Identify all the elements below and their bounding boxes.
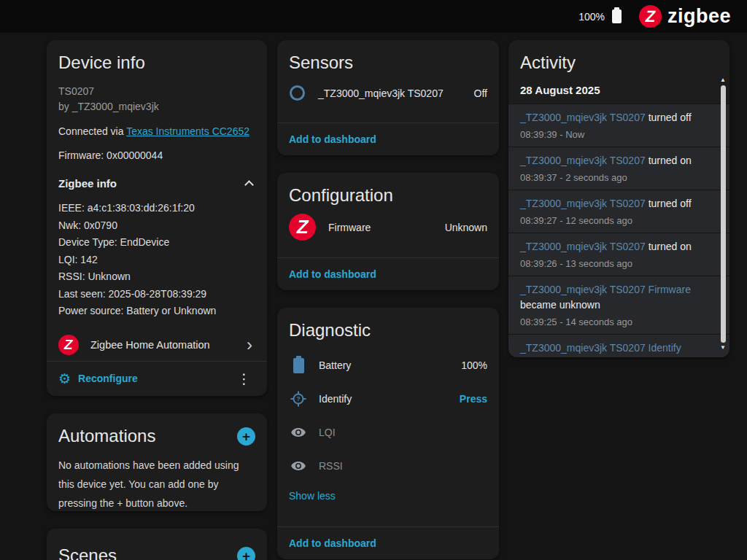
log-entity-link[interactable]: _TZ3000_mqiev3jk TS0207 Identify xyxy=(520,342,681,354)
log-entry: _TZ3000_mqiev3jk TS0207 Firmware became … xyxy=(508,276,729,334)
scenes-title: Scenes xyxy=(58,545,117,560)
log-event: turned off xyxy=(649,198,692,209)
scenes-card: Scenes + xyxy=(47,529,267,560)
log-entity-link[interactable]: _TZ3000_mqiev3jk TS0207 xyxy=(520,112,646,123)
battery-entity-row[interactable]: Battery 100% xyxy=(289,349,487,382)
eye-icon xyxy=(289,458,308,474)
zigbee-lqi: LQI: 142 xyxy=(58,252,255,269)
log-time: 08:39:26 - 13 seconds ago xyxy=(520,258,712,270)
log-entity-link[interactable]: _TZ3000_mqiev3jk TS0207 xyxy=(520,155,646,166)
reconfigure-row: ⚙ Reconfigure ⋮ xyxy=(47,362,267,396)
entity-state: 100% xyxy=(461,359,487,371)
app-header: 100% Z zigbee xyxy=(0,0,747,33)
entity-state: Unknown xyxy=(445,222,487,233)
zigbee-rssi: RSSI: Unknown xyxy=(58,268,255,286)
zigbee-brand: Z zigbee xyxy=(639,5,731,28)
entity-name: Battery xyxy=(319,359,461,371)
activity-title: Activity xyxy=(520,52,718,74)
chevron-up-icon xyxy=(244,180,254,190)
svg-text:?: ? xyxy=(296,395,301,402)
zigbee-info-details: IEEE: a4:c1:38:03:dd:26:1f:20 Nwk: 0x079… xyxy=(58,200,255,320)
sensor-entity-row[interactable]: _TZ3000_mqiev3jk TS0207 Off xyxy=(289,85,487,101)
circle-outline-icon xyxy=(290,85,305,101)
sensors-title: Sensors xyxy=(289,52,487,74)
log-time: 08:39:37 - 2 seconds ago xyxy=(520,172,712,184)
log-entity-link[interactable]: _TZ3000_mqiev3jk TS0207 xyxy=(520,241,646,252)
card-footer: Add to dashboard xyxy=(277,526,499,559)
battery-icon xyxy=(293,358,304,373)
diagnostic-title: Diagnostic xyxy=(289,319,487,341)
integration-row-zha[interactable]: Z Zigbee Home Automation › xyxy=(58,329,255,361)
log-entry: _TZ3000_mqiev3jk TS0207 Identify became … xyxy=(508,334,729,357)
log-event: became unknown xyxy=(520,299,600,311)
activity-card: Activity 28 August 2025 _TZ3000_mqiev3jk… xyxy=(508,40,729,357)
zigbee-power-source: Power source: Battery or Unknown xyxy=(58,303,255,320)
entity-name: Firmware xyxy=(328,222,445,233)
activity-date-header: 28 August 2025 xyxy=(520,84,718,96)
zigbee-info-toggle[interactable]: Zigbee info xyxy=(58,177,255,190)
add-to-dashboard-link[interactable]: Add to dashboard xyxy=(277,258,499,290)
overflow-menu-button[interactable]: ⋮ xyxy=(233,370,255,387)
connected-via-link[interactable]: Texas Instruments CC2652 xyxy=(126,125,249,137)
zigbee-ieee: IEEE: a4:c1:38:03:dd:26:1f:20 xyxy=(58,200,255,217)
log-event: turned off xyxy=(649,112,692,123)
host-battery-percent: 100% xyxy=(578,11,605,23)
battery-icon xyxy=(612,9,622,23)
log-entry: _TZ3000_mqiev3jk TS0207 turned on 08:39:… xyxy=(508,233,729,276)
log-entry: _TZ3000_mqiev3jk TS0207 turned off 08:39… xyxy=(508,104,729,147)
entity-name: LQI xyxy=(319,427,487,438)
add-automation-button[interactable]: + xyxy=(237,427,255,446)
config-entity-row[interactable]: Z Firmware Unknown xyxy=(289,214,487,241)
automations-empty-text: No automations have been added using thi… xyxy=(58,456,255,511)
integration-label: Zigbee Home Automation xyxy=(90,339,247,351)
firmware-line: Firmware: 0x00000044 xyxy=(58,148,255,163)
card-footer: Add to dashboard xyxy=(277,257,499,290)
brand-text: zigbee xyxy=(667,5,731,28)
diagnostic-card: Diagnostic Battery 100% ? I xyxy=(277,308,499,559)
log-event: turned on xyxy=(649,155,692,166)
configuration-title: Configuration xyxy=(289,184,487,206)
zigbee-last-seen: Last seen: 2025-08-28T08:39:29 xyxy=(58,286,255,303)
gear-refresh-icon: ⚙ xyxy=(58,370,71,387)
automations-title: Automations xyxy=(58,425,155,447)
rssi-entity-row[interactable]: RSSI xyxy=(289,449,487,483)
identify-crosshair-icon: ? xyxy=(289,390,308,408)
log-entry: _TZ3000_mqiev3jk TS0207 turned on 08:39:… xyxy=(508,147,729,190)
scroll-up-arrow[interactable]: ▲ xyxy=(720,77,726,84)
chevron-right-icon: › xyxy=(247,338,255,352)
zigbee-logo-icon: Z xyxy=(639,5,662,28)
show-less-link[interactable]: Show less xyxy=(289,490,336,502)
scrollbar-thumb[interactable] xyxy=(721,85,726,343)
add-scene-button[interactable]: + xyxy=(237,547,255,560)
lqi-entity-row[interactable]: LQI xyxy=(289,416,487,449)
zigbee-device-type: Device Type: EndDevice xyxy=(58,234,255,252)
zigbee-logo-icon: Z xyxy=(289,214,316,241)
automations-card: Automations + No automations have been a… xyxy=(47,413,267,511)
device-info-card: Device info TS0207 by _TZ3000_mqiev3jk C… xyxy=(47,40,267,396)
reconfigure-button[interactable]: Reconfigure xyxy=(78,373,233,384)
device-info-title: Device info xyxy=(58,52,255,74)
card-footer: Add to dashboard xyxy=(277,122,499,155)
eye-icon xyxy=(289,424,308,440)
zigbee-logo-icon: Z xyxy=(58,335,79,355)
scroll-down-arrow[interactable]: ▼ xyxy=(720,344,726,351)
zigbee-nwk: Nwk: 0x0790 xyxy=(58,217,255,235)
connected-via-line: Connected via Texas Instruments CC2652 xyxy=(58,124,255,139)
identify-entity-row[interactable]: ? Identify Press xyxy=(289,382,487,416)
entity-name: _TZ3000_mqiev3jk TS0207 xyxy=(318,88,474,99)
plus-icon: + xyxy=(242,429,250,443)
activity-scrollbar[interactable]: ▲ ▼ xyxy=(719,77,727,351)
add-to-dashboard-link[interactable]: Add to dashboard xyxy=(277,123,499,155)
log-entity-link[interactable]: _TZ3000_mqiev3jk TS0207 xyxy=(520,198,646,209)
log-time: 08:39:27 - 12 seconds ago xyxy=(520,215,712,227)
log-event: turned on xyxy=(649,241,692,252)
sensors-card: Sensors _TZ3000_mqiev3jk TS0207 Off Add … xyxy=(277,40,499,155)
entity-name: RSSI xyxy=(319,460,487,472)
add-to-dashboard-link[interactable]: Add to dashboard xyxy=(277,527,499,559)
device-manufacturer: by _TZ3000_mqiev3jk xyxy=(58,99,255,114)
plus-icon: + xyxy=(242,549,250,560)
log-entity-link[interactable]: _TZ3000_mqiev3jk TS0207 Firmware xyxy=(520,284,691,295)
log-entry: _TZ3000_mqiev3jk TS0207 turned off 08:39… xyxy=(508,190,729,233)
press-button[interactable]: Press xyxy=(460,393,487,405)
entity-name: Identify xyxy=(319,393,460,405)
